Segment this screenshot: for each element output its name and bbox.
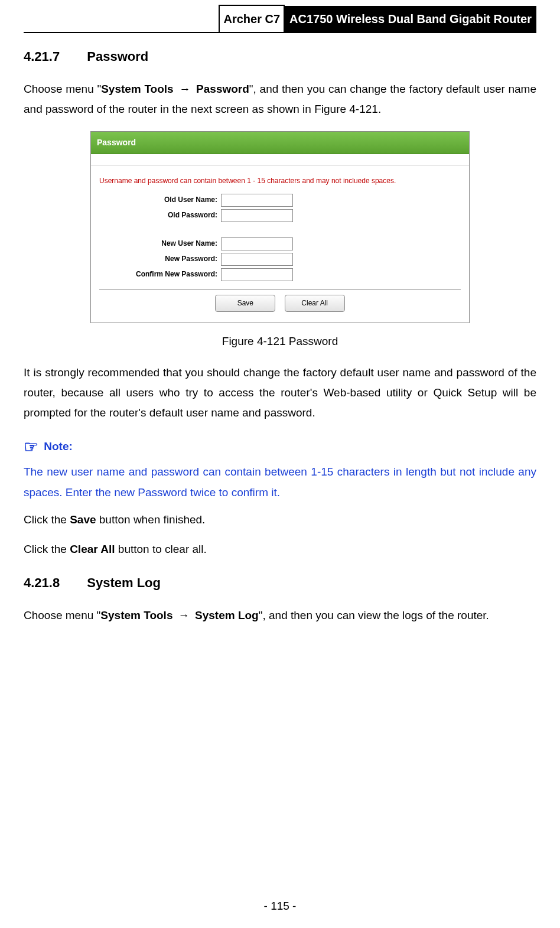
row-old-username: Old User Name:	[99, 194, 461, 207]
row-old-password: Old Password:	[99, 209, 461, 222]
label-old-username: Old User Name:	[99, 194, 221, 207]
password-panel: Password Username and password can conta…	[90, 131, 470, 323]
save-instruction: Click the Save button when finished.	[24, 510, 536, 530]
panel-title: Password	[91, 132, 469, 154]
section-heading-password: 4.21.7 Password	[24, 45, 536, 69]
document-page: Archer C7 AC1750 Wireless Dual Band Giga…	[0, 0, 560, 928]
panel-body: Username and password can contain betwee…	[91, 165, 469, 323]
section-title-syslog: System Log	[87, 575, 161, 590]
clear-suffix: button to clear all.	[115, 543, 207, 555]
row-new-password: New Password:	[99, 253, 461, 266]
nav-system-tools-2: System Tools	[100, 609, 172, 621]
input-confirm-password[interactable]	[221, 268, 293, 281]
clear-word: Clear All	[70, 543, 115, 555]
row-confirm-password: Confirm New Password:	[99, 268, 461, 281]
label-new-username: New User Name:	[99, 237, 221, 250]
panel-button-row: Save Clear All	[99, 290, 461, 316]
save-suffix: button when finished.	[96, 513, 206, 526]
clear-instruction: Click the Clear All button to clear all.	[24, 539, 536, 559]
label-old-password: Old Password:	[99, 209, 221, 222]
figure-wrapper: Password Username and password can conta…	[24, 131, 536, 352]
input-new-password[interactable]	[221, 253, 293, 266]
save-word: Save	[70, 513, 96, 526]
syslog-intro-prefix: Choose menu "	[24, 609, 100, 621]
section-number: 4.21.7	[24, 45, 60, 69]
figure-caption: Figure 4-121 Password	[24, 331, 536, 351]
label-confirm-password: Confirm New Password:	[99, 268, 221, 281]
save-prefix: Click the	[24, 513, 70, 526]
intro-prefix: Choose menu "	[24, 83, 101, 95]
note-heading: ☞ Note:	[24, 432, 536, 462]
input-old-password[interactable]	[221, 209, 293, 222]
input-new-username[interactable]	[221, 237, 293, 250]
clear-all-button[interactable]: Clear All	[285, 295, 345, 312]
panel-warning: Username and password can contain betwee…	[99, 175, 461, 188]
clear-prefix: Click the	[24, 543, 70, 555]
save-button[interactable]: Save	[215, 295, 275, 312]
arrow-icon-2: →	[176, 609, 192, 621]
page-header: Archer C7 AC1750 Wireless Dual Band Giga…	[24, 0, 536, 33]
product-model: Archer C7	[219, 5, 285, 32]
input-old-username[interactable]	[221, 194, 293, 207]
nav-password: Password	[196, 83, 249, 95]
arrow-icon: →	[177, 83, 193, 95]
pointing-hand-icon: ☞	[24, 438, 38, 456]
note-body: The new user name and password can conta…	[24, 462, 536, 502]
syslog-intro-suffix: ", and then you can view the logs of the…	[259, 609, 489, 621]
nav-system-log: System Log	[195, 609, 259, 621]
label-new-password: New Password:	[99, 253, 221, 266]
note-label: Note:	[44, 440, 73, 452]
form-gap	[99, 224, 461, 235]
section-title: Password	[87, 49, 148, 64]
section-intro-syslog: Choose menu "System Tools → System Log",…	[24, 605, 536, 626]
page-footer: - 115 -	[0, 896, 560, 916]
section-heading-syslog: 4.21.8 System Log	[24, 571, 536, 595]
row-new-username: New User Name:	[99, 237, 461, 250]
section-intro-password: Choose menu "System Tools → Password", a…	[24, 79, 536, 119]
panel-spacer	[91, 154, 469, 165]
product-description: AC1750 Wireless Dual Band Gigabit Router	[285, 6, 536, 32]
nav-system-tools: System Tools	[101, 83, 174, 95]
section-number-syslog: 4.21.8	[24, 571, 60, 595]
recommendation-paragraph: It is strongly recommended that you shou…	[24, 363, 536, 424]
